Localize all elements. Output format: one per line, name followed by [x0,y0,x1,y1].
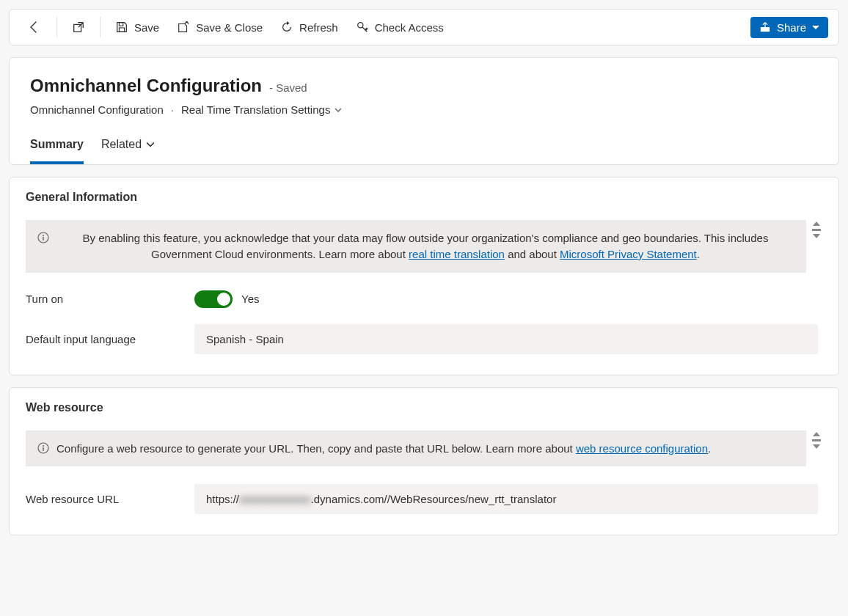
scroll-indicator [812,221,821,238]
chevron-down-icon [146,140,155,149]
check-access-label: Check Access [375,21,444,34]
scroll-up-icon[interactable] [813,221,820,226]
save-icon [115,21,128,34]
scroll-up-icon[interactable] [813,432,820,436]
open-new-window-button[interactable] [65,16,92,38]
tab-summary[interactable]: Summary [30,132,84,164]
share-label: Share [777,21,806,34]
field-default-language: Default input language [26,324,822,354]
scroll-down-icon[interactable] [813,234,820,238]
save-label: Save [134,21,159,34]
svg-rect-2 [119,28,124,32]
check-access-button[interactable]: Check Access [348,16,451,38]
section-title: Web resource [26,401,822,414]
refresh-label: Refresh [299,21,338,34]
link-privacy-statement[interactable]: Microsoft Privacy Statement [560,248,697,260]
page-title: Omnichannel Configuration [30,76,262,96]
scroll-indicator [812,432,821,449]
tab-list: Summary Related [30,132,818,164]
info-banner: By enabling this feature, you acknowledg… [26,220,806,273]
chevron-down-icon [335,106,342,114]
svg-point-5 [43,235,44,236]
back-arrow-icon [27,20,42,34]
breadcrumb: Omnichannel Configuration · Real Time Tr… [30,103,818,116]
tab-related[interactable]: Related [101,132,155,164]
info-text: By enabling this feature, you acknowledg… [83,232,769,260]
share-button[interactable]: Share [750,17,828,38]
scroll-bar [812,229,821,231]
svg-rect-6 [43,237,43,241]
default-language-input[interactable] [194,324,818,354]
section-general-information: General Information By enabling this fea… [9,177,839,375]
info-icon [37,232,49,243]
back-button[interactable] [20,15,49,39]
link-real-time-translation[interactable]: real time translation [409,248,505,260]
field-turn-on: Turn on Yes [26,290,822,308]
save-close-label: Save & Close [196,21,263,34]
chevron-down-icon [812,23,819,31]
field-label: Web resource URL [26,493,194,505]
svg-point-3 [357,23,362,28]
info-text: Configure a web resource to generate you… [56,442,711,455]
field-web-resource-url: Web resource URL https://xxxxxxxxxxxxx.d… [26,484,822,514]
scroll-bar [812,439,821,441]
breadcrumb-view[interactable]: Real Time Translation Settings [181,103,342,116]
save-status: - Saved [269,81,307,94]
key-icon [356,21,369,34]
redacted-host: xxxxxxxxxxxxx [239,493,311,505]
popout-icon [72,21,85,34]
save-close-button[interactable]: Save & Close [169,16,270,38]
save-close-icon [177,21,190,34]
info-banner: Configure a web resource to generate you… [26,430,806,467]
section-web-resource: Web resource Configure a web resource to… [9,387,839,536]
refresh-icon [280,21,293,34]
link-web-resource-config[interactable]: web resource configuration [576,442,708,455]
save-button[interactable]: Save [108,16,167,38]
toggle-knob [217,293,230,306]
svg-point-8 [43,445,44,447]
toggle-value: Yes [241,293,259,305]
svg-rect-9 [43,447,43,451]
web-resource-url-input[interactable]: https://xxxxxxxxxxxxx.dynamics.com//WebR… [194,484,818,514]
separator [56,17,57,37]
info-icon [37,442,49,454]
record-header: Omnichannel Configuration - Saved Omnich… [9,57,839,165]
share-icon [759,21,771,33]
toggle-turn-on[interactable] [194,290,233,308]
scroll-down-icon[interactable] [813,444,820,449]
field-label: Default input language [26,333,194,345]
breadcrumb-separator: · [171,103,174,116]
command-bar: Save Save & Close Refresh Check Access S… [10,10,838,45]
separator [100,17,100,37]
breadcrumb-entity: Omnichannel Configuration [30,103,164,116]
svg-rect-1 [119,23,123,26]
refresh-button[interactable]: Refresh [273,16,346,38]
section-title: General Information [26,191,822,204]
field-label: Turn on [26,293,194,305]
